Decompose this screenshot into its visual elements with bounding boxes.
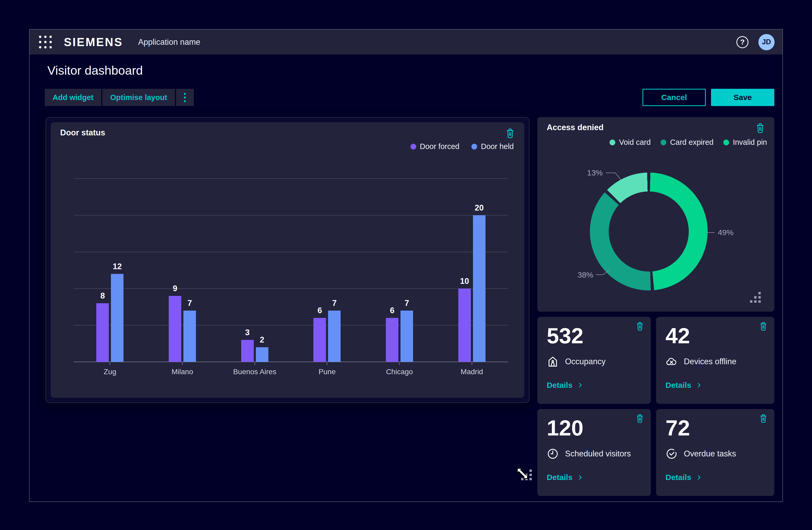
x-axis-line [74,362,508,362]
category-label-madrid: Madrid [440,368,503,376]
chevron-right-icon [577,382,583,388]
x-axis-tick [399,362,400,365]
bar-door-held-zug [111,274,124,362]
gridline-25 [74,178,508,179]
app-window: SIEMENS Application name ? JD Visitor da… [29,29,783,502]
optimise-layout-button[interactable]: Optimise layout [102,89,175,106]
kpi-card-occupancy: 532 Occupancy Details [537,317,651,404]
occupancy-icon [547,355,559,368]
delete-widget-button[interactable] [755,123,765,133]
access-denied-donut-chart [590,172,708,290]
delete-widget-button[interactable] [636,322,644,331]
bar-door-held-pune [328,310,340,362]
value-label-door-held-milano: 7 [177,298,202,308]
cloud-offline-icon [666,355,678,368]
save-button[interactable]: Save [711,89,774,106]
legend-item-card-expired: Card expired [661,138,713,147]
bar-door-held-buenos-aires [256,347,269,362]
add-widget-button[interactable]: Add widget [45,89,101,106]
bar-door-forced-madrid [458,289,471,362]
trash-icon [759,414,768,423]
legend-label: Invalid pin [733,138,767,147]
visitor-dashboard-screen: { "header": { "brand": "SIEMENS", "app_n… [0,0,812,530]
donut-percent-label: 49% [718,228,734,237]
help-button[interactable]: ? [736,36,749,48]
door-status-card: Door status Door forcedDoor held Zug812M… [51,122,524,398]
avatar-initials: JD [762,38,771,46]
donut-hole [609,192,689,271]
value-label-door-held-zug: 12 [105,262,130,271]
bar-door-held-chicago [401,310,413,362]
clock-icon [547,448,559,460]
category-label-chicago: Chicago [368,368,431,376]
value-label-door-held-buenos-aires: 2 [249,335,275,345]
value-label-door-held-pune: 7 [322,298,347,308]
page-title: Visitor dashboard [47,63,143,78]
app-header: SIEMENS Application name ? JD [30,30,782,54]
category-label-pune: Pune [295,368,358,376]
kpi-value: 532 [547,325,583,347]
value-label-door-held-madrid: 20 [467,203,492,213]
resize-grip-icon[interactable] [750,292,761,303]
bar-door-forced-pune [314,318,326,362]
x-axis-tick [327,362,327,365]
apps-grid-icon [39,36,52,48]
gridline-10 [74,288,508,289]
details-link[interactable]: Details [666,473,702,482]
kpi-label: Scheduled visitors [565,449,631,459]
more-options-button[interactable] [176,89,194,106]
donut-percent-label: 38% [559,270,593,279]
category-label-milano: Milano [151,368,214,376]
delete-widget-button[interactable] [759,414,768,423]
details-label: Details [666,381,691,390]
x-axis-tick [182,362,183,365]
details-link[interactable]: Details [547,381,583,390]
access-denied-title: Access denied [547,123,604,132]
trash-icon [759,322,768,331]
cancel-button[interactable]: Cancel [642,89,706,106]
category-label-buenos-aires: Buenos Aires [223,368,286,376]
value-label-door-forced-milano: 9 [162,284,188,293]
legend-label: Card expired [670,138,713,147]
donut-percent-label: 13% [566,168,603,177]
bar-door-forced-chicago [386,318,398,362]
legend-label: Void card [619,138,651,147]
delete-widget-button[interactable] [636,414,644,423]
app-switcher-button[interactable] [38,34,53,50]
x-axis-tick [472,362,472,365]
trash-icon [636,322,644,331]
legend-dot-invalid-pin [723,140,729,145]
details-label: Details [547,473,572,482]
chevron-right-icon [577,474,583,480]
kpi-value: 42 [666,325,690,347]
details-label: Details [666,473,691,482]
legend-item-void-card: Void card [610,138,651,147]
door-status-bar-chart: Zug812Milano97Buenos Aires32Pune67Chicag… [51,122,524,398]
legend-dot-void-card [610,140,615,145]
edit-toolbar: Add widget Optimise layout [45,89,194,106]
delete-widget-button[interactable] [759,322,768,331]
legend-item-invalid-pin: Invalid pin [723,138,767,147]
x-axis-tick [110,362,110,365]
access-denied-card: Access denied Void cardCard expiredInval… [537,117,774,311]
task-check-icon [666,448,678,460]
bar-door-forced-zug [96,303,109,362]
kpi-label: Overdue tasks [684,449,736,459]
resize-arrow-icon [514,465,531,482]
details-link[interactable]: Details [547,473,583,482]
question-mark-icon: ? [740,38,744,46]
donut-chart-legend: Void cardCard expiredInvalid pin [610,138,767,147]
trash-icon [755,123,765,133]
gridline-15 [74,252,508,252]
application-name: Application name [138,38,200,47]
chevron-right-icon [696,474,702,480]
value-label-door-held-chicago: 7 [394,298,419,308]
user-avatar[interactable]: JD [758,34,774,50]
kpi-card-overdue-tasks: 72 Overdue tasks Details [656,409,774,496]
legend-dot-card-expired [661,140,666,145]
header-actions: ? JD [736,34,774,50]
details-link[interactable]: Details [666,381,702,390]
kpi-label: Devices offline [684,357,736,366]
details-label: Details [547,381,572,390]
kpi-value: 120 [547,417,583,439]
